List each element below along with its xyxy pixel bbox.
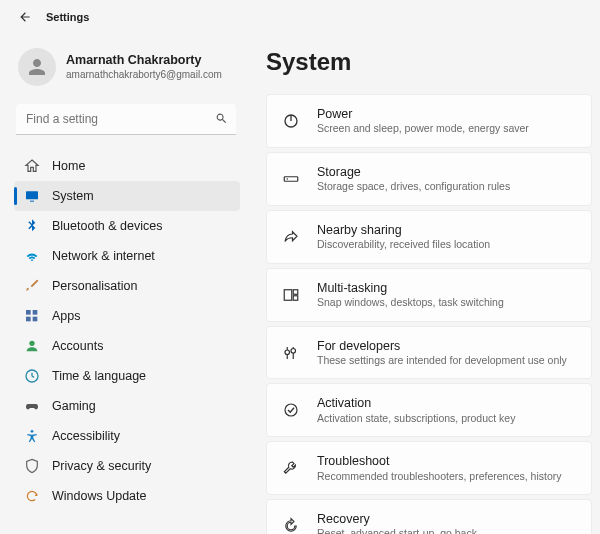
card-sub: Reset, advanced start-up, go back — [317, 527, 477, 534]
sidebar-item-label: Personalisation — [52, 279, 137, 293]
profile-email: amarnathchakraborty6@gmail.com — [66, 69, 222, 82]
sidebar-item-label: Accounts — [52, 339, 103, 353]
svg-point-16 — [285, 404, 297, 416]
sidebar-item-home[interactable]: Home — [14, 151, 240, 181]
activation-icon — [281, 400, 301, 420]
sidebar-item-label: Home — [52, 159, 85, 173]
sidebar-item-accounts[interactable]: Accounts — [14, 331, 240, 361]
sidebar-item-label: Apps — [52, 309, 81, 323]
card-storage[interactable]: StorageStorage space, drives, configurat… — [266, 152, 592, 206]
card-sub: These settings are intended for developm… — [317, 354, 567, 368]
sidebar-item-bluetooth[interactable]: Bluetooth & devices — [14, 211, 240, 241]
game-icon — [24, 398, 40, 414]
sidebar-item-update[interactable]: Windows Update — [14, 481, 240, 511]
nav-list: Home System Bluetooth & devices Network … — [14, 151, 240, 511]
sidebar-item-time[interactable]: Time & language — [14, 361, 240, 391]
update-icon — [24, 488, 40, 504]
sidebar-item-label: Time & language — [52, 369, 146, 383]
sidebar-item-privacy[interactable]: Privacy & security — [14, 451, 240, 481]
shield-icon — [24, 458, 40, 474]
avatar — [18, 48, 56, 86]
svg-rect-0 — [26, 191, 38, 199]
card-sub: Snap windows, desktops, task switching — [317, 296, 504, 310]
profile-name: Amarnath Chakraborty — [66, 53, 222, 69]
power-icon — [281, 111, 301, 131]
svg-rect-2 — [26, 310, 31, 315]
storage-icon — [281, 169, 301, 189]
sidebar-item-label: Accessibility — [52, 429, 120, 443]
card-title: Activation — [317, 395, 515, 411]
system-icon — [24, 188, 40, 204]
card-sub: Activation state, subscriptions, product… — [317, 412, 515, 426]
sidebar-item-label: Windows Update — [52, 489, 147, 503]
sidebar-item-system[interactable]: System — [14, 181, 240, 211]
sidebar-item-label: Network & internet — [52, 249, 155, 263]
card-sub: Storage space, drives, configuration rul… — [317, 180, 510, 194]
card-sub: Discoverability, received files location — [317, 238, 490, 252]
sidebar: Amarnath Chakraborty amarnathchakraborty… — [0, 30, 248, 534]
svg-rect-14 — [293, 289, 298, 294]
sidebar-item-apps[interactable]: Apps — [14, 301, 240, 331]
card-troubleshoot[interactable]: TroubleshootRecommended troubleshooters,… — [266, 441, 592, 495]
card-title: Troubleshoot — [317, 453, 562, 469]
profile-block[interactable]: Amarnath Chakraborty amarnathchakraborty… — [14, 48, 240, 104]
recovery-icon — [281, 516, 301, 534]
card-title: Power — [317, 106, 529, 122]
sidebar-item-label: Bluetooth & devices — [52, 219, 163, 233]
svg-rect-13 — [284, 289, 292, 300]
svg-point-8 — [31, 430, 34, 433]
devtools-icon — [281, 343, 301, 363]
search-icon — [215, 112, 228, 128]
sidebar-item-accessibility[interactable]: Accessibility — [14, 421, 240, 451]
card-title: Multi-tasking — [317, 280, 504, 296]
apps-icon — [24, 308, 40, 324]
card-title: Recovery — [317, 511, 477, 527]
card-sub: Recommended troubleshooters, preferences… — [317, 470, 562, 484]
clock-icon — [24, 368, 40, 384]
card-for-developers[interactable]: For developersThese settings are intende… — [266, 326, 592, 380]
troubleshoot-icon — [281, 458, 301, 478]
svg-point-6 — [29, 341, 34, 346]
svg-rect-4 — [26, 317, 31, 322]
sidebar-item-label: Privacy & security — [52, 459, 151, 473]
card-sub: Screen and sleep, power mode, energy sav… — [317, 122, 529, 136]
person-icon — [24, 338, 40, 354]
svg-point-12 — [287, 178, 289, 180]
sidebar-item-personalisation[interactable]: Personalisation — [14, 271, 240, 301]
arrow-left-icon — [18, 10, 32, 24]
svg-rect-15 — [293, 295, 298, 300]
multitask-icon — [281, 285, 301, 305]
brush-icon — [24, 278, 40, 294]
card-activation[interactable]: ActivationActivation state, subscription… — [266, 383, 592, 437]
accessibility-icon — [24, 428, 40, 444]
sidebar-item-label: Gaming — [52, 399, 96, 413]
search-input[interactable] — [16, 104, 236, 135]
wifi-icon — [24, 248, 40, 264]
share-icon — [281, 227, 301, 247]
card-title: For developers — [317, 338, 567, 354]
app-title: Settings — [46, 11, 89, 23]
person-icon — [25, 55, 49, 79]
bluetooth-icon — [24, 218, 40, 234]
sidebar-item-network[interactable]: Network & internet — [14, 241, 240, 271]
card-power[interactable]: PowerScreen and sleep, power mode, energ… — [266, 94, 592, 148]
back-button[interactable] — [18, 10, 32, 24]
home-icon — [24, 158, 40, 174]
main-content: System PowerScreen and sleep, power mode… — [248, 30, 600, 534]
card-nearby-sharing[interactable]: Nearby sharingDiscoverability, received … — [266, 210, 592, 264]
card-title: Storage — [317, 164, 510, 180]
page-title: System — [266, 48, 592, 76]
card-multitasking[interactable]: Multi-taskingSnap windows, desktops, tas… — [266, 268, 592, 322]
sidebar-item-label: System — [52, 189, 94, 203]
svg-rect-1 — [30, 201, 34, 202]
svg-rect-3 — [33, 310, 38, 315]
svg-rect-11 — [284, 177, 298, 182]
svg-rect-5 — [33, 317, 38, 322]
sidebar-item-gaming[interactable]: Gaming — [14, 391, 240, 421]
card-title: Nearby sharing — [317, 222, 490, 238]
card-recovery[interactable]: RecoveryReset, advanced start-up, go bac… — [266, 499, 592, 534]
